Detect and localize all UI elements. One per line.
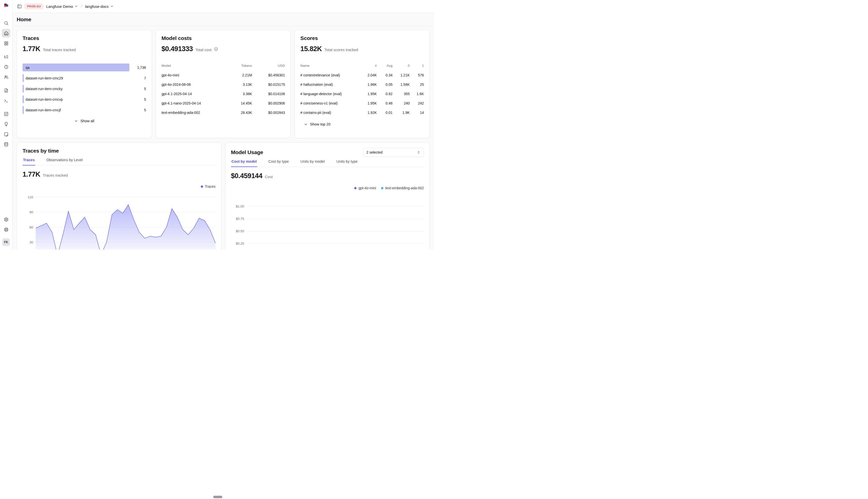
user-avatar[interactable]: FK	[2, 239, 10, 246]
file-text-icon	[4, 88, 9, 93]
bar-fill	[23, 63, 129, 71]
langfuse-logo-icon[interactable]	[3, 3, 9, 9]
model-select[interactable]: 2 selected	[363, 148, 424, 157]
table-row: gpt-4o-mini 2.21M $0.456301	[162, 70, 285, 80]
scores-total-value: 15.82K	[300, 45, 322, 53]
trace-bar-row[interactable]: qa 1,736	[23, 63, 146, 71]
home-icon	[4, 31, 9, 36]
tab-cost-by-model[interactable]: Cost by model	[231, 159, 257, 167]
tab-observations-by-level[interactable]: Observations by Level	[46, 158, 83, 166]
y-axis-tick-label: $0.75	[231, 217, 244, 221]
lightbulb-icon	[4, 122, 9, 126]
sidebar-bottom: FK	[2, 215, 10, 246]
info-icon[interactable]	[214, 47, 218, 51]
bar-label: qa	[26, 65, 29, 70]
org-switcher[interactable]: Langfuse Demo	[46, 4, 78, 9]
tab-cost-by-type[interactable]: Cost by type	[268, 159, 289, 167]
trace-bar-row[interactable]: dataset-run-item-cmcjf 5	[23, 106, 146, 114]
main-column: PROD-EU Langfuse Demo / langfuse-docs Ho…	[12, 0, 434, 250]
card-title: Model Usage	[231, 149, 263, 155]
legend-dot	[354, 187, 357, 189]
bar-count: 5	[129, 108, 146, 112]
sidebar-item-datasets[interactable]	[2, 140, 10, 148]
sidebar-item-prompts[interactable]	[2, 86, 10, 95]
model-usage-card: Model Usage 2 selected Cost by model Cos…	[225, 143, 430, 250]
sidebar-item-dashboards[interactable]	[2, 39, 10, 48]
legend-item-gpt-4o-mini[interactable]: gpt-4o-mini	[354, 186, 376, 190]
sidebar-item-settings[interactable]	[2, 215, 10, 224]
y-axis-tick-label: 120	[27, 195, 33, 199]
y-axis-tick-label: $0.25	[231, 242, 244, 245]
sidebar-item-insights[interactable]	[2, 120, 10, 128]
show-all-button[interactable]: Show all	[23, 119, 146, 123]
chart-icon	[4, 112, 9, 117]
bar-label: dataset-run-item-cmcjf	[26, 108, 61, 112]
model-usage-tabs: Cost by model Cost by type Units by mode…	[231, 159, 424, 167]
y-axis-tick-label: $0.50	[231, 229, 244, 233]
bar-label: dataset-run-item-cmcky	[26, 87, 62, 91]
table-row: # language-detector (eval) 1.95K 0.82 35…	[300, 89, 424, 98]
breadcrumb-separator: /	[81, 3, 82, 9]
scores-card: Scores 15.82K Total scores tracked Name …	[295, 30, 430, 138]
trace-bar-row[interactable]: dataset-run-item-cmcky 5	[23, 85, 146, 93]
users-icon	[4, 75, 9, 80]
card-title: Traces	[23, 35, 146, 41]
sidebar-item-tracing[interactable]	[2, 52, 10, 61]
table-row: gpt-4o-2024-08-06 3.13K $0.015175	[162, 80, 285, 89]
show-top-20-button[interactable]: Show top 20	[304, 122, 424, 126]
traces-total-value: 1.77K	[23, 45, 40, 53]
table-row: # contextrelevance (eval) 2.04K 0.34 1.2…	[300, 70, 424, 80]
sidebar-item-evaluation[interactable]	[2, 110, 10, 118]
y-axis-tick-label: 60	[29, 225, 33, 229]
trace-bar-row[interactable]: dataset-run-item-cmc29 7	[23, 74, 146, 82]
tab-units-by-model[interactable]: Units by model	[300, 159, 325, 167]
sidebar-item-annotation[interactable]	[2, 130, 10, 138]
terminal-icon	[4, 98, 9, 103]
usage-cost-label: Cost	[265, 174, 273, 179]
content: Traces 1.77K Total traces tracked qa 1,7…	[12, 26, 434, 250]
table-row: text-embedding-ada-002 28.43K $0.002843	[162, 108, 285, 117]
traces-by-time-card: Traces by time Traces Observations by Le…	[17, 143, 221, 250]
legend-item-text-embedding-ada-002[interactable]: text-embedding-ada-002	[381, 186, 424, 190]
traces-card: Traces 1.77K Total traces tracked qa 1,7…	[17, 30, 152, 138]
tab-traces[interactable]: Traces	[23, 158, 35, 166]
trace-bar-row[interactable]: dataset-run-item-cmcvp 5	[23, 95, 146, 103]
project-switcher[interactable]: langfuse-docs	[85, 4, 114, 9]
y-axis: 120906030	[23, 192, 33, 250]
gridline	[248, 231, 424, 231]
y-axis-tick-label: 90	[29, 210, 33, 214]
legend-dot	[381, 187, 383, 189]
bar-fill	[23, 74, 24, 82]
sidebar-item-support[interactable]	[2, 225, 10, 234]
notebook-pen-icon	[4, 132, 9, 137]
traces-area-chart: 120906030	[23, 192, 215, 250]
total-cost-value: $0.491333	[162, 45, 193, 53]
sidebar: FK	[0, 0, 12, 250]
tab-units-by-type[interactable]: Units by type	[336, 159, 358, 167]
table-row: gpt-4.1-2025-04-14 3.38K $0.014108	[162, 89, 285, 98]
chevron-down-icon	[74, 4, 78, 8]
chevron-down-icon	[110, 4, 114, 8]
sidebar-item-home[interactable]	[2, 29, 10, 37]
chevrons-up-down-icon	[417, 150, 420, 154]
bar-fill	[23, 85, 24, 93]
environment-badge: PROD-EU	[25, 3, 43, 9]
sidebar-item-sessions[interactable]	[2, 62, 10, 71]
chevron-down-icon	[74, 119, 78, 123]
grid-icon	[4, 41, 9, 46]
table-header-row: Model Tokens USD	[162, 61, 285, 70]
traces-tracked-value: 1.77K	[23, 171, 40, 179]
bar-count: 7	[129, 76, 146, 80]
sidebar-item-search[interactable]	[2, 19, 10, 27]
card-title: Model costs	[162, 35, 285, 41]
sidebar-toggle-button[interactable]	[17, 4, 22, 9]
sidebar-item-users[interactable]	[2, 73, 10, 81]
usage-grid-row: $1.00	[231, 200, 424, 212]
panel-left-icon	[17, 4, 22, 9]
bar-label: dataset-run-item-cmc29	[26, 76, 63, 80]
traces-tracked-label: Traces tracked	[43, 173, 68, 178]
chart-legend: gpt-4o-mini text-embedding-ada-002	[231, 186, 424, 190]
sidebar-item-playground[interactable]	[2, 96, 10, 105]
usage-grid-row: $0.25	[231, 238, 424, 250]
legend-item-traces[interactable]: Traces	[201, 184, 215, 188]
